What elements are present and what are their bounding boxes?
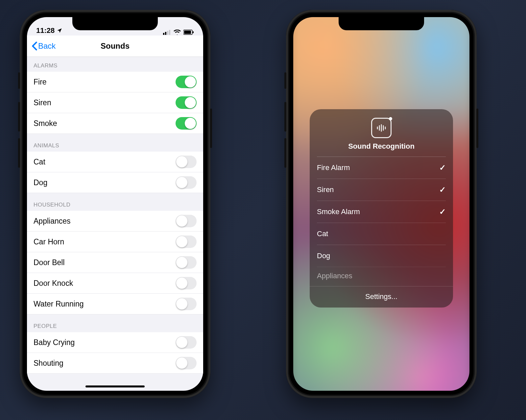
svg-rect-0 [163,33,164,35]
settings-row: Siren [27,92,203,113]
row-label: Siren [34,98,51,107]
toggle-knob [176,358,187,369]
popup-row-label: Siren [317,185,334,194]
settings-list[interactable]: ALARMSFireSirenSmokeANIMALSCatDogHOUSEHO… [27,56,203,391]
popup-settings-button[interactable]: Settings... [310,286,453,308]
popup-row[interactable]: Dog [317,245,446,267]
toggle-switch[interactable] [176,298,197,310]
volume-up [18,102,20,132]
settings-row: Fire [27,72,203,92]
mute-switch [18,72,20,89]
cellular-icon [163,30,171,35]
row-label: Door Knock [34,279,73,288]
row-label: Smoke [34,119,57,128]
home-indicator[interactable] [85,385,145,387]
phone-right: Sound Recognition Fire Alarm✓Siren✓Smoke… [286,10,477,398]
settings-row: Door Bell [27,252,203,273]
check-icon: ✓ [439,185,446,194]
toggle-switch[interactable] [176,76,197,88]
row-label: Water Running [34,300,84,309]
row-label: Appliances [34,217,71,226]
toggle-switch[interactable] [176,277,197,289]
phone-left: 11:28 Back Sounds ALA [20,10,210,398]
back-label: Back [38,41,56,51]
toggle-knob [176,337,187,348]
popup-row-label: Cat [317,230,328,238]
settings-row: Dog [27,172,203,193]
toggle-switch[interactable] [176,176,197,189]
section-header: HOUSEHOLD [27,193,203,211]
popup-row[interactable]: Appliances [317,267,446,286]
popup-row[interactable]: Fire Alarm✓ [317,157,446,179]
location-icon [57,28,62,34]
settings-row: Water Running [27,294,203,314]
toggle-switch[interactable] [176,156,197,168]
toggle-knob [176,177,187,188]
settings-row: Door Knock [27,273,203,294]
toggle-switch[interactable] [176,215,197,227]
settings-row: Cat [27,152,203,172]
popup-title: Sound Recognition [348,142,415,151]
toggle-knob [176,257,187,268]
popup-row[interactable]: Smoke Alarm✓ [317,201,446,223]
settings-row: Appliances [27,211,203,232]
battery-icon [183,30,194,35]
row-label: Cat [34,158,45,166]
volume-down [284,138,286,168]
toggle-knob [185,118,196,129]
wifi-icon [174,30,181,35]
svg-rect-2 [167,31,168,35]
active-dot-icon [389,117,392,120]
row-label: Shouting [34,359,63,368]
mute-switch [284,72,286,89]
popup-row-label: Smoke Alarm [317,208,360,216]
toggle-knob [176,236,187,247]
svg-rect-6 [193,31,194,33]
row-label: Car Horn [34,237,64,246]
toggle-switch[interactable] [176,117,197,130]
screen-right: Sound Recognition Fire Alarm✓Siren✓Smoke… [293,17,469,391]
section-header: ANIMALS [27,134,203,152]
nav-bar: Back Sounds [27,36,203,57]
power-button [476,109,478,148]
popup-row[interactable]: Cat [317,223,446,245]
svg-rect-5 [184,31,191,34]
page-title: Sounds [101,41,130,51]
section-header: PEOPLE [27,314,203,332]
toggle-switch[interactable] [176,235,197,248]
screen-left: 11:28 Back Sounds ALA [27,17,203,391]
chevron-left-icon [32,41,37,51]
toggle-knob [176,298,187,309]
toggle-switch[interactable] [176,336,197,349]
power-button [210,109,212,148]
popup-header: Sound Recognition [310,109,453,157]
settings-row: Car Horn [27,232,203,252]
popup-list: Fire Alarm✓Siren✓Smoke Alarm✓CatDogAppli… [310,157,453,286]
row-label: Fire [34,78,47,86]
row-label: Door Bell [34,258,65,267]
volume-up [284,102,286,132]
section-header: ALARMS [27,56,203,72]
check-icon: ✓ [439,163,446,172]
toggle-switch[interactable] [176,96,197,109]
toggle-switch[interactable] [176,256,197,269]
toggle-knob [176,156,187,167]
status-bar: 11:28 [27,17,203,36]
toggle-knob [185,76,196,87]
popup-row[interactable]: Siren✓ [317,179,446,201]
toggle-switch[interactable] [176,357,197,369]
back-button[interactable]: Back [32,36,56,57]
toggle-knob [185,97,196,108]
toggle-knob [176,278,187,289]
row-label: Baby Crying [34,338,75,347]
volume-down [18,138,20,168]
popup-row-label: Dog [317,252,330,260]
check-icon: ✓ [439,207,446,216]
sound-recognition-popup: Sound Recognition Fire Alarm✓Siren✓Smoke… [310,109,453,308]
settings-row: Shouting [27,353,203,374]
row-label: Dog [34,178,47,187]
svg-rect-3 [169,30,170,35]
popup-row-label: Appliances [317,272,352,280]
toggle-knob [176,215,187,227]
notch [339,17,424,30]
